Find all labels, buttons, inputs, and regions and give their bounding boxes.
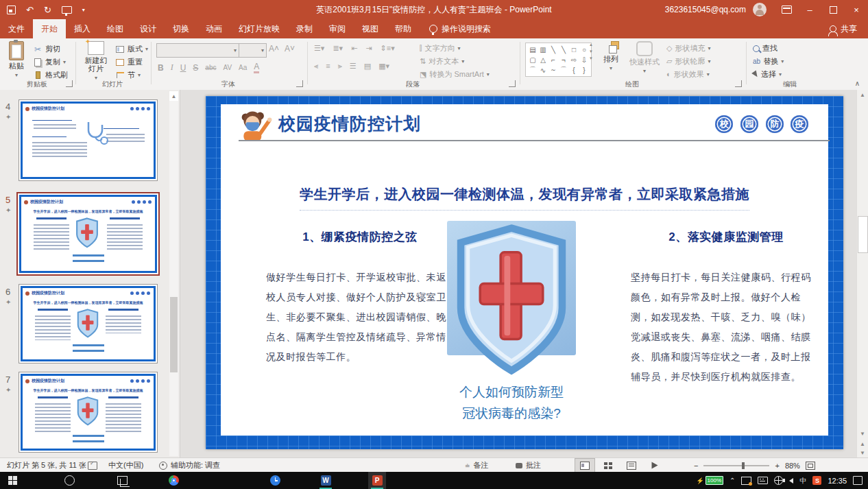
badge-fang[interactable]: 防 <box>766 115 784 133</box>
zoom-slider[interactable] <box>703 465 769 466</box>
word-taskbar-button[interactable]: W <box>317 472 335 489</box>
slide-thumbnail-6[interactable]: 校园疫情防控计划 学生开学后，进入校园一律检测体温，发现有异常者，立即采取紧急措… <box>19 284 158 363</box>
shape-triangle-icon[interactable]: △ <box>538 55 548 64</box>
zoom-level[interactable]: 88% <box>785 462 800 470</box>
notes-button[interactable]: ≐备注 <box>465 458 489 473</box>
slide-thumbnail-7[interactable]: 校园疫情防控计划 学生开学后，进入校园一律检测体温，发现有异常者，立即采取紧急措… <box>19 372 158 453</box>
copy-button[interactable]: 复制▾ <box>33 56 68 69</box>
sogou-input-icon[interactable]: S <box>812 476 821 485</box>
shape-left-brace-icon[interactable]: { <box>569 65 579 75</box>
collapse-ribbon-icon[interactable]: ∧ <box>855 80 860 87</box>
action-center-icon[interactable] <box>853 476 863 485</box>
shape-rectangle-icon[interactable]: □ <box>569 45 579 54</box>
slide-canvas[interactable]: 校园疫情防控计划 校 园 防 疫 学生开学后，进入校园一律检测体温，发现有异常者… <box>206 96 843 449</box>
grow-font-button[interactable]: A˄ <box>269 44 279 53</box>
tell-me-search[interactable]: 操作说明搜索 <box>429 19 491 38</box>
shape-textbox-icon[interactable]: ▤ <box>528 45 538 54</box>
tab-file[interactable]: 文件 <box>0 19 33 38</box>
edge-taskbar-button[interactable] <box>215 472 233 489</box>
share-button[interactable]: 共享 <box>819 19 868 38</box>
canvas-scroll-up-icon[interactable]: ▲ <box>857 90 868 100</box>
text-direction-button[interactable]: ⫿文字方向▾ <box>420 42 490 55</box>
shape-vertical-textbox-icon[interactable]: ▥ <box>538 45 548 54</box>
font-color-button[interactable]: A <box>254 62 259 73</box>
clock[interactable]: 12:35 <box>828 477 847 485</box>
tab-record[interactable]: 录制 <box>288 19 321 38</box>
task-view-button[interactable] <box>113 472 131 489</box>
account-email[interactable]: 3623615045@qq.com <box>665 5 746 14</box>
cortana-button[interactable] <box>60 472 78 489</box>
network-icon[interactable] <box>774 476 783 485</box>
font-size-combo[interactable]: ▾ <box>239 43 267 58</box>
layout-button[interactable]: 版式▾ <box>115 43 148 56</box>
ime-indicator[interactable]: 中 <box>799 476 806 486</box>
tab-draw[interactable]: 绘图 <box>99 19 132 38</box>
badge-yuan[interactable]: 园 <box>740 115 758 133</box>
accessibility-button[interactable]: 辅助功能: 调查 <box>159 458 220 473</box>
customize-quick-access-icon[interactable]: ▾ <box>82 7 85 13</box>
animation-star-icon[interactable]: ✦ <box>5 386 11 394</box>
animation-star-icon[interactable]: ✦ <box>5 298 11 306</box>
zoom-in-button[interactable]: + <box>775 462 779 470</box>
language-button[interactable]: 中文(中国) <box>108 458 143 473</box>
animation-star-icon[interactable]: ✦ <box>5 113 11 121</box>
minimize-button[interactable]: – <box>798 0 821 19</box>
section-2-body[interactable]: 坚持每日打卡，每日关注健康码、行程码颜色，如有异常及时上报。做好个人检测，如发现… <box>631 267 819 387</box>
shape-elbow-connector-icon[interactable]: ⌐ <box>548 55 558 64</box>
shape-arrow-line-icon[interactable]: ╲ <box>559 45 568 54</box>
shield-cross-image[interactable] <box>451 222 572 381</box>
align-center-button[interactable]: ≡ <box>326 62 330 71</box>
tray-expand-icon[interactable]: ⌃ <box>730 477 735 484</box>
character-spacing-button[interactable]: AV <box>223 64 232 71</box>
shapes-scroll-down-icon[interactable]: ▼ <box>589 49 593 53</box>
italic-button[interactable]: I <box>171 62 173 73</box>
tab-transitions[interactable]: 切换 <box>165 19 197 38</box>
next-slide-button[interactable]: ▼ <box>857 448 868 458</box>
arrange-button[interactable]: 排列 ▾ <box>598 41 624 73</box>
tab-slideshow[interactable]: 幻灯片放映 <box>230 19 288 38</box>
columns-button[interactable]: ▦▾ <box>378 62 389 71</box>
slide-counter[interactable]: 幻灯片 第 5 张, 共 11 张 <box>7 458 86 473</box>
start-slideshow-icon[interactable] <box>62 6 72 14</box>
change-case-button[interactable]: Aa <box>239 64 247 71</box>
drawing-dialog-launcher[interactable] <box>735 80 742 87</box>
increase-indent-button[interactable]: ⇥ <box>365 44 372 53</box>
tab-animations[interactable]: 动画 <box>197 19 230 38</box>
underline-button[interactable]: U <box>180 63 186 73</box>
powerpoint-taskbar-button[interactable]: P <box>368 472 386 489</box>
badge-xiao[interactable]: 校 <box>715 115 733 133</box>
bold-button[interactable]: B <box>158 63 164 73</box>
slide-main-heading[interactable]: 学生开学后，进入校园一律检测体温，发现有异常者，立即采取紧急措施 <box>248 185 801 204</box>
comments-button[interactable]: 批注 <box>516 458 541 473</box>
justify-button[interactable]: ☰ <box>350 62 357 71</box>
battery-indicator[interactable]: ⚡100% <box>696 476 723 485</box>
shape-curve-icon[interactable]: ～ <box>548 65 558 75</box>
shape-rounded-rect-icon[interactable]: ▢ <box>528 55 538 64</box>
canvas-scroll-down-icon[interactable]: ▼ <box>857 429 868 439</box>
distribute-button[interactable]: ▤ <box>364 62 371 71</box>
strikethrough-button[interactable]: S <box>193 63 198 73</box>
align-text-button[interactable]: ⇅对齐文本▾ <box>420 55 490 68</box>
slide-thumbnail-4[interactable]: 校园疫情防控计划 <box>19 99 158 181</box>
canvas-scrollbar[interactable]: ▲ ▼ ▲ ▼ <box>856 90 868 457</box>
line-spacing-button[interactable]: ⇕≡▾ <box>381 44 395 53</box>
shape-right-brace-icon[interactable]: } <box>579 65 589 75</box>
shape-freeform-icon[interactable]: ∿ <box>538 65 548 75</box>
reset-button[interactable]: 重置 <box>115 56 148 69</box>
touch-keyboard-icon[interactable] <box>758 477 768 484</box>
redo-icon[interactable]: ↻ <box>44 5 51 15</box>
paragraph-dialog-launcher[interactable] <box>509 80 516 87</box>
shapes-more-icon[interactable]: ▼ <box>589 56 593 60</box>
section-2-heading[interactable]: 2、落实健康监测管理 <box>627 229 825 245</box>
quick-styles-button[interactable]: 快速样式 ▾ <box>627 41 662 75</box>
normal-view-button[interactable] <box>575 458 595 473</box>
replace-button[interactable]: ab替换▾ <box>753 55 784 68</box>
paste-button[interactable]: 粘贴 ▾ <box>4 41 29 80</box>
thumbnail-scrollbar[interactable]: ▲ <box>169 91 178 456</box>
new-slide-button[interactable]: 新建幻灯片 ▾ <box>81 41 111 82</box>
avatar[interactable] <box>753 3 767 16</box>
clear-formats-button[interactable]: abc <box>205 64 216 71</box>
tab-insert[interactable]: 插入 <box>66 19 99 38</box>
badge-yi[interactable]: 疫 <box>791 115 808 133</box>
shape-scribble-icon[interactable]: ⌒ <box>559 65 568 75</box>
